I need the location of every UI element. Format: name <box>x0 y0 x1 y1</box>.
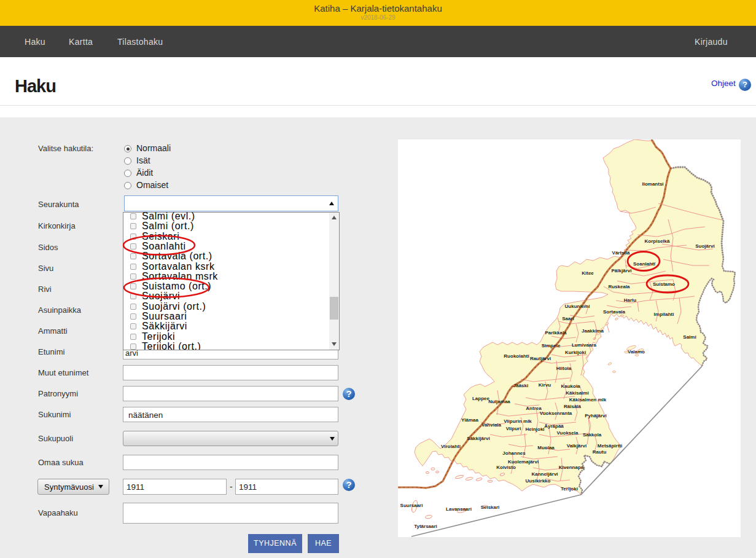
svg-text:Kitee: Kitee <box>582 270 594 276</box>
svg-text:Ruokolahti: Ruokolahti <box>504 353 529 359</box>
svg-text:Ilomantsi: Ilomantsi <box>642 181 663 187</box>
svg-text:Kanneljärvi: Kanneljärvi <box>531 471 558 477</box>
svg-text:Korpiselkä: Korpiselkä <box>645 238 670 244</box>
svg-text:Pyhäjärvi: Pyhäjärvi <box>585 413 607 418</box>
svg-text:Jääski: Jääski <box>513 383 528 388</box>
svg-text:Soanlahti: Soanlahti <box>633 261 655 267</box>
svg-text:Uukuniemi: Uukuniemi <box>565 304 590 309</box>
svg-text:Parikkala: Parikkala <box>545 330 567 336</box>
svg-text:Kuolemajärvi: Kuolemajärvi <box>508 459 539 465</box>
svg-text:Vuoksela: Vuoksela <box>557 430 579 436</box>
svg-text:Metsäpirtti: Metsäpirtti <box>598 443 622 449</box>
svg-text:Ruskeala: Ruskeala <box>608 284 630 289</box>
svg-text:Heinjoki: Heinjoki <box>525 426 544 432</box>
svg-text:Suistamo: Suistamo <box>653 281 675 287</box>
svg-text:Uusikirkko: Uusikirkko <box>526 478 551 484</box>
svg-text:Saari: Saari <box>562 316 574 321</box>
svg-text:Suursaari: Suursaari <box>400 503 423 508</box>
svg-text:Säkkijärvi: Säkkijärvi <box>467 436 489 441</box>
svg-text:Viipuri: Viipuri <box>506 426 521 431</box>
svg-text:Terijoki: Terijoki <box>561 486 578 492</box>
svg-text:Rautu: Rautu <box>593 449 607 455</box>
svg-text:Kurkijoki: Kurkijoki <box>565 350 586 355</box>
svg-text:Suojärvi: Suojärvi <box>695 243 715 249</box>
svg-text:Seiskari: Seiskari <box>481 505 500 510</box>
svg-text:Valkjärvi: Valkjärvi <box>567 443 586 449</box>
svg-text:Koivisto: Koivisto <box>496 465 516 470</box>
svg-text:Räisälä: Räisälä <box>564 404 582 409</box>
svg-text:Nuijamaa: Nuijamaa <box>488 399 510 404</box>
svg-text:Sortavala: Sortavala <box>603 309 626 315</box>
svg-text:Lumivaara: Lumivaara <box>572 342 597 348</box>
svg-text:Lappee: Lappee <box>472 396 490 401</box>
svg-text:Käkisalmi: Käkisalmi <box>566 390 588 396</box>
svg-text:Kaukola: Kaukola <box>561 383 580 389</box>
svg-text:Jaakkima: Jaakkima <box>582 328 604 334</box>
svg-text:Simpele: Simpele <box>542 343 561 348</box>
svg-text:Johannes: Johannes <box>502 450 526 456</box>
svg-text:Ylämaa: Ylämaa <box>461 417 479 423</box>
svg-text:Valamo: Valamo <box>628 349 645 355</box>
svg-text:Sakkola: Sakkola <box>583 432 602 438</box>
svg-text:Virolahti: Virolahti <box>441 444 461 449</box>
svg-text:Muolaa: Muolaa <box>537 445 555 450</box>
svg-text:Rautjärvi: Rautjärvi <box>530 356 551 361</box>
svg-text:Hiitola: Hiitola <box>556 366 572 371</box>
svg-text:Värtsilä: Värtsilä <box>612 250 630 256</box>
svg-text:Äyräpää: Äyräpää <box>544 423 564 429</box>
svg-text:Kirvu: Kirvu <box>539 382 551 388</box>
svg-text:Pälkjärvi: Pälkjärvi <box>612 268 632 273</box>
svg-text:Viipurin mlk: Viipurin mlk <box>504 418 532 424</box>
svg-text:Salmi: Salmi <box>683 334 696 340</box>
svg-text:Impilahti: Impilahti <box>654 312 674 317</box>
svg-text:Kivennapa: Kivennapa <box>559 465 584 470</box>
svg-text:Harlu: Harlu <box>624 297 637 303</box>
svg-text:Lavansaari: Lavansaari <box>446 506 472 512</box>
svg-text:Vahviala: Vahviala <box>481 422 502 428</box>
svg-text:Tytärsaari: Tytärsaari <box>414 524 437 529</box>
svg-text:Käkisalmen mlk: Käkisalmen mlk <box>569 397 607 403</box>
svg-text:Vuoksenranta: Vuoksenranta <box>540 411 572 416</box>
